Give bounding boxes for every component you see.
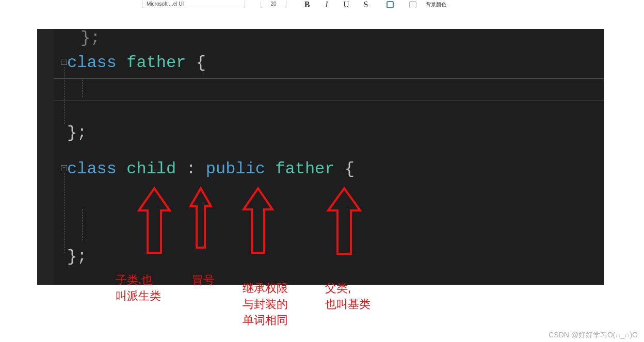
fold-toggle-icon[interactable]: − xyxy=(61,165,67,171)
code-ln0: }; xyxy=(81,29,100,47)
punc-colon: : xyxy=(186,159,205,178)
bgcolor-label: 背景颜色 xyxy=(426,1,446,8)
kw-public: public xyxy=(206,159,275,178)
bold-icon[interactable]: B xyxy=(302,0,312,9)
editor-gutter xyxy=(37,29,54,285)
type-child: child xyxy=(126,159,186,178)
current-line-highlight xyxy=(54,78,604,101)
arrow-up-icon xyxy=(326,186,362,258)
caret-icon xyxy=(83,209,83,240)
text-style-group: B I U S xyxy=(302,0,371,9)
arrow-up-icon xyxy=(242,186,275,258)
editor-toolbar: Microsoft ...el UI 20 B I U S 背景颜色 xyxy=(142,0,446,9)
italic-icon[interactable]: I xyxy=(321,0,332,9)
annot-public: 继承权限 与封装的 单词相同 xyxy=(243,281,288,328)
arrow-up-icon xyxy=(188,186,213,253)
kw-class: class xyxy=(67,159,126,178)
font-family-value: Microsoft ...el UI xyxy=(147,1,184,7)
punc-brace-open: { xyxy=(196,53,206,72)
annot-father: 父类, 也叫基类 xyxy=(325,281,371,313)
watermark: CSDN @好好学习O(∩_∩)O xyxy=(549,331,638,340)
code-ln6: class child : public father { xyxy=(67,160,355,178)
bgcolor-group: 背景颜色 xyxy=(409,1,446,8)
code-ln4: }; xyxy=(67,124,87,142)
code-ln1: class father { xyxy=(67,54,206,72)
code-ln8: }; xyxy=(67,248,87,266)
underline-icon[interactable]: U xyxy=(341,0,351,9)
code-screenshot: − − }; class father { }; class child : p… xyxy=(37,29,604,285)
highlight-swatch-icon[interactable] xyxy=(387,1,394,8)
arrow-up-icon xyxy=(136,186,172,258)
punc-brace-open: { xyxy=(345,159,355,178)
font-family-select[interactable]: Microsoft ...el UI xyxy=(142,1,245,8)
font-size-select[interactable]: 20 xyxy=(261,1,286,8)
strike-icon[interactable]: S xyxy=(361,0,371,9)
annot-colon: 冒号 xyxy=(192,272,215,288)
font-size-value: 20 xyxy=(270,1,276,7)
type-father: father xyxy=(126,53,196,72)
caret-icon xyxy=(83,79,83,97)
fold-toggle-icon[interactable]: − xyxy=(61,59,67,65)
type-father: father xyxy=(275,159,344,178)
fold-guide xyxy=(64,173,65,253)
color-swatch-icon[interactable] xyxy=(409,1,416,8)
kw-class: class xyxy=(67,53,126,72)
annot-child: 子类,也 叫派生类 xyxy=(116,272,161,304)
